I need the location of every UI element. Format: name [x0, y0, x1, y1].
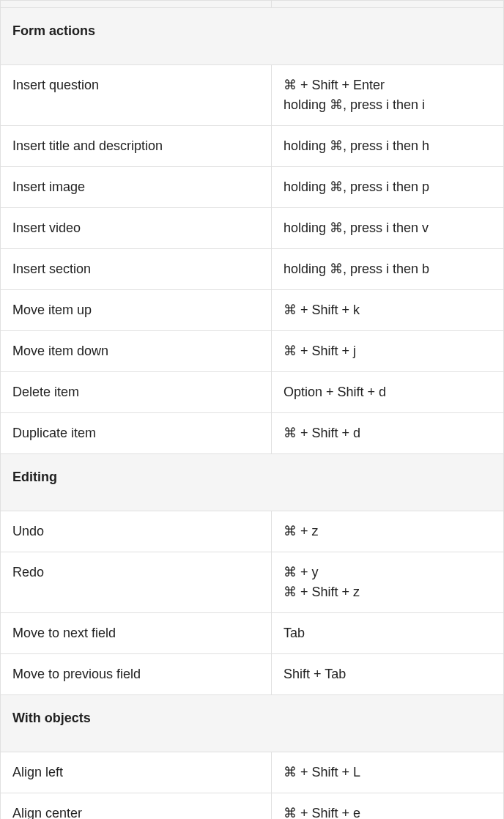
- shortcut-cell: ⌘ + Shift + d: [272, 413, 504, 454]
- shortcut-text: holding ⌘, press i then h: [284, 136, 492, 156]
- action-cell: Redo: [1, 552, 272, 613]
- shortcut-cell: ⌘ + y ⌘ + Shift + z: [272, 552, 504, 613]
- section-title: Editing: [1, 454, 504, 511]
- shortcut-cell: holding ⌘, press i then v: [272, 208, 504, 249]
- table-row: Insert section holding ⌘, press i then b: [1, 249, 504, 290]
- shortcut-cell: holding ⌘, press i then p: [272, 167, 504, 208]
- table-row: Insert video holding ⌘, press i then v: [1, 208, 504, 249]
- shortcut-text: holding ⌘, press i then p: [284, 177, 492, 197]
- shortcut-text: ⌘ + Shift + L: [284, 763, 492, 782]
- shortcut-text: ⌘ + y: [284, 563, 492, 582]
- action-cell: Insert title and description: [1, 126, 272, 167]
- section-title: With objects: [1, 695, 504, 752]
- shortcut-cell: ⌘ + Shift + e: [272, 793, 504, 820]
- shortcut-cell: ⌘ + Shift + Enter holding ⌘, press i the…: [272, 65, 504, 126]
- table-row: Align left ⌘ + Shift + L: [1, 752, 504, 793]
- shortcut-cell: holding ⌘, press i then h: [272, 126, 504, 167]
- shortcut-text: Tab: [284, 623, 492, 643]
- action-cell: Align center: [1, 793, 272, 820]
- table-row: Delete item Option + Shift + d: [1, 372, 504, 413]
- table-row: Redo ⌘ + y ⌘ + Shift + z: [1, 552, 504, 613]
- table-row: Move to next field Tab: [1, 613, 504, 654]
- stub-cell: [272, 1, 504, 8]
- shortcut-text: ⌘ + Shift + j: [284, 341, 492, 361]
- action-cell: Insert video: [1, 208, 272, 249]
- shortcut-cell: ⌘ + Shift + k: [272, 290, 504, 331]
- action-cell: Move to previous field: [1, 654, 272, 695]
- action-cell: Undo: [1, 511, 272, 552]
- shortcut-text: Shift + Tab: [284, 664, 492, 684]
- section-title: Form actions: [1, 8, 504, 65]
- action-cell: Insert section: [1, 249, 272, 290]
- shortcut-cell: ⌘ + Shift + L: [272, 752, 504, 793]
- shortcut-cell: Tab: [272, 613, 504, 654]
- shortcut-cell: Option + Shift + d: [272, 372, 504, 413]
- shortcut-cell: holding ⌘, press i then b: [272, 249, 504, 290]
- action-cell: Insert image: [1, 167, 272, 208]
- action-cell: Align left: [1, 752, 272, 793]
- table-row: Undo ⌘ + z: [1, 511, 504, 552]
- shortcut-text: ⌘ + Shift + Enter: [284, 75, 492, 95]
- shortcut-text: ⌘ + Shift + k: [284, 300, 492, 320]
- shortcut-text: holding ⌘, press i then i: [284, 95, 492, 115]
- shortcut-text: holding ⌘, press i then v: [284, 218, 492, 238]
- stub-cell: [1, 1, 272, 8]
- action-cell: Delete item: [1, 372, 272, 413]
- shortcut-cell: ⌘ + Shift + j: [272, 331, 504, 372]
- section-header: With objects: [1, 695, 504, 752]
- table-row: Duplicate item ⌘ + Shift + d: [1, 413, 504, 454]
- action-cell: Move item down: [1, 331, 272, 372]
- shortcut-text: ⌘ + z: [284, 522, 492, 541]
- action-cell: Move item up: [1, 290, 272, 331]
- action-cell: Insert question: [1, 65, 272, 126]
- shortcut-cell: ⌘ + z: [272, 511, 504, 552]
- table-row: Insert question ⌘ + Shift + Enter holdin…: [1, 65, 504, 126]
- section-header: Editing: [1, 454, 504, 511]
- table-row: Move to previous field Shift + Tab: [1, 654, 504, 695]
- section-header: Form actions: [1, 8, 504, 65]
- table-row: Move item up ⌘ + Shift + k: [1, 290, 504, 331]
- shortcut-text: ⌘ + Shift + e: [284, 804, 492, 819]
- table-row: Insert image holding ⌘, press i then p: [1, 167, 504, 208]
- table-row: Insert title and description holding ⌘, …: [1, 126, 504, 167]
- shortcut-text: ⌘ + Shift + d: [284, 423, 492, 443]
- shortcut-cell: Shift + Tab: [272, 654, 504, 695]
- shortcut-text: ⌘ + Shift + z: [284, 582, 492, 602]
- action-cell: Duplicate item: [1, 413, 272, 454]
- table-row: Move item down ⌘ + Shift + j: [1, 331, 504, 372]
- shortcut-text: Option + Shift + d: [284, 382, 492, 402]
- shortcut-text: holding ⌘, press i then b: [284, 259, 492, 279]
- action-cell: Move to next field: [1, 613, 272, 654]
- shortcuts-table: Form actions Insert question ⌘ + Shift +…: [0, 0, 504, 819]
- table-stub-row: [1, 1, 504, 8]
- table-row: Align center ⌘ + Shift + e: [1, 793, 504, 820]
